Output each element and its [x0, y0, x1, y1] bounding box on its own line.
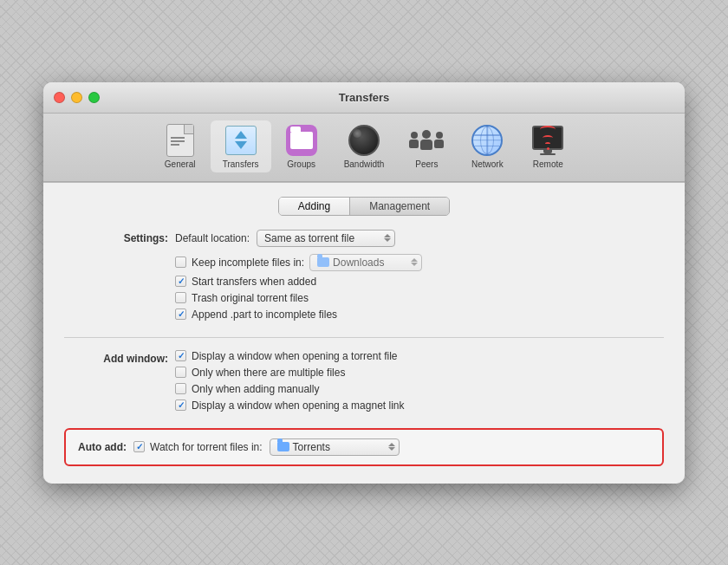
- auto-add-watch-label: Watch for torrent files in:: [150, 441, 263, 453]
- only-multiple-checkbox[interactable]: [175, 367, 186, 378]
- content-area: Adding Management Settings: Default loca…: [43, 182, 685, 484]
- minimize-button[interactable]: [71, 92, 82, 103]
- divider: [64, 337, 664, 338]
- arrow-down-icon: [384, 238, 391, 242]
- titlebar: Transfers: [43, 82, 685, 114]
- checkbox-row-append-part: Append .part to incomplete files: [175, 308, 664, 321]
- auto-add-folder-select[interactable]: Torrents: [270, 438, 400, 456]
- transfers-icon: [224, 124, 257, 157]
- add-window-label: Add window:: [64, 350, 168, 365]
- only-manually-label: Only when adding manually: [192, 383, 319, 395]
- display-window-torrent-checkbox[interactable]: [175, 350, 186, 361]
- only-multiple-label: Only when there are multiple files: [192, 367, 345, 379]
- toolbar-item-bandwidth[interactable]: Bandwidth: [332, 120, 397, 172]
- checkbox-row-display-window-torrent: Display a window when opening a torrent …: [175, 350, 664, 362]
- network-icon: [471, 124, 504, 157]
- checkbox-row-trash-original: Trash original torrent files: [175, 292, 664, 304]
- window-title: Transfers: [339, 91, 390, 104]
- traffic-lights: [54, 92, 100, 103]
- arrow-up-icon: [384, 234, 391, 237]
- bandwidth-icon: [348, 124, 380, 157]
- general-icon: [164, 124, 197, 157]
- toolbar-label-network: Network: [471, 159, 504, 169]
- only-manually-checkbox[interactable]: [175, 383, 186, 394]
- toolbar-item-peers[interactable]: Peers: [396, 120, 457, 172]
- toolbar-label-remote: Remote: [533, 159, 563, 169]
- main-window: Transfers General: [43, 82, 685, 484]
- select-arrows-default: [384, 234, 391, 242]
- default-location-row: Default location: Same as torrent file: [175, 230, 664, 247]
- append-part-label: Append .part to incomplete files: [192, 308, 337, 321]
- torrents-folder-icon: [277, 442, 289, 451]
- checkbox-row-only-multiple: Only when there are multiple files: [175, 367, 664, 379]
- arrow-up-icon: [411, 258, 418, 262]
- folder-mini-icon: [317, 257, 329, 267]
- auto-add-section: Auto add: Watch for torrent files in: To…: [64, 428, 664, 466]
- keep-incomplete-checkbox[interactable]: [175, 257, 186, 268]
- default-location-label: Default location:: [175, 232, 250, 244]
- close-button[interactable]: [54, 92, 65, 103]
- toolbar-label-general: General: [165, 159, 196, 169]
- display-window-torrent-label: Display a window when opening a torrent …: [192, 350, 397, 362]
- checkbox-row-display-window-magnet: Display a window when opening a magnet l…: [175, 399, 664, 412]
- maximize-button[interactable]: [88, 92, 100, 103]
- checkbox-row-start-transfers: Start transfers when added: [175, 276, 664, 288]
- checkbox-row-only-manually: Only when adding manually: [175, 383, 664, 395]
- arrow-down-icon: [411, 263, 418, 266]
- auto-add-checkbox[interactable]: [133, 441, 145, 452]
- trash-original-checkbox[interactable]: [175, 292, 186, 303]
- display-window-magnet-label: Display a window when opening a magnet l…: [192, 399, 404, 412]
- toolbar-item-transfers[interactable]: Transfers: [211, 120, 271, 172]
- toolbar-label-bandwidth: Bandwidth: [344, 159, 385, 169]
- groups-icon: [285, 124, 318, 157]
- toolbar: General Transfers Groups: [43, 114, 685, 182]
- default-location-select[interactable]: Same as torrent file: [257, 230, 395, 247]
- peers-icon: [410, 124, 443, 157]
- trash-original-label: Trash original torrent files: [192, 292, 309, 304]
- display-window-magnet-checkbox[interactable]: [175, 399, 186, 411]
- tab-adding[interactable]: Adding: [279, 198, 350, 215]
- toolbar-item-network[interactable]: Network: [457, 120, 517, 172]
- add-window-content: Display a window when opening a torrent …: [175, 350, 664, 416]
- toolbar-label-peers: Peers: [415, 159, 438, 169]
- tab-group: Adding Management: [278, 197, 450, 216]
- select-arrows-incomplete: [411, 258, 418, 266]
- checkbox-row-keep-incomplete: Keep incomplete files in: Downloads: [175, 254, 664, 271]
- append-part-checkbox[interactable]: [175, 308, 186, 320]
- tab-management[interactable]: Management: [350, 198, 449, 215]
- incomplete-folder-select[interactable]: Downloads: [309, 254, 422, 271]
- settings-label: Settings:: [64, 230, 168, 244]
- toolbar-item-remote[interactable]: Remote: [517, 120, 578, 172]
- tab-bar: Adding Management: [64, 197, 664, 216]
- start-transfers-label: Start transfers when added: [192, 276, 316, 288]
- keep-incomplete-label: Keep incomplete files in:: [192, 257, 304, 269]
- arrow-down-icon: [388, 447, 395, 451]
- toolbar-item-groups[interactable]: Groups: [271, 120, 332, 172]
- auto-add-label: Auto add:: [78, 441, 127, 453]
- add-window-section: Add window: Display a window when openin…: [64, 350, 664, 416]
- settings-section: Settings: Default location: Same as torr…: [64, 230, 664, 325]
- toolbar-label-transfers: Transfers: [223, 159, 259, 169]
- arrow-up-icon: [388, 443, 395, 446]
- toolbar-label-groups: Groups: [287, 159, 315, 169]
- toolbar-item-general[interactable]: General: [150, 120, 211, 172]
- select-arrows-torrents: [388, 443, 395, 451]
- settings-content: Default location: Same as torrent file K…: [175, 230, 664, 325]
- start-transfers-checkbox[interactable]: [175, 276, 186, 287]
- remote-icon: [531, 124, 564, 157]
